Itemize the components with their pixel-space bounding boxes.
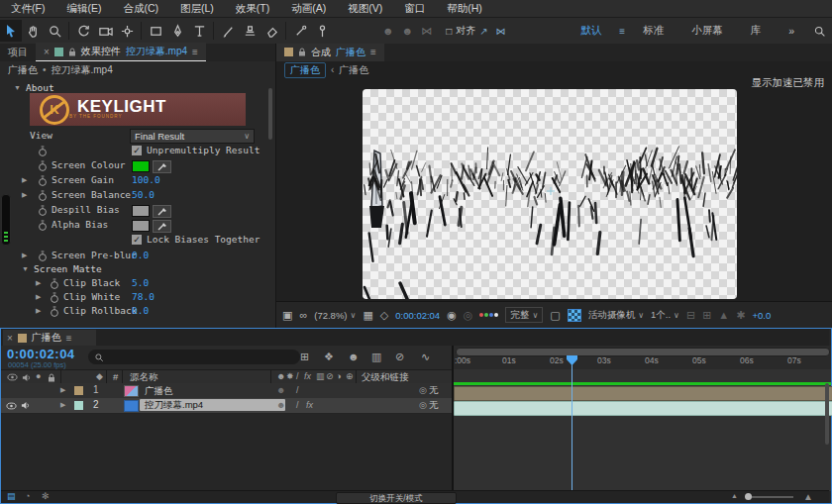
pickwhip-icon[interactable]: ◎ (419, 384, 427, 397)
menu-composition[interactable]: 合成(C) (112, 2, 169, 16)
draft-3d-icon[interactable]: ❖ (324, 351, 334, 363)
playhead-line[interactable] (572, 355, 572, 491)
tab-project[interactable]: 项目 (0, 44, 36, 61)
layer-name[interactable]: 控刀绿幕.mp4 (140, 399, 285, 411)
puppet-pin-tool[interactable] (311, 20, 333, 42)
timeline-tab[interactable]: × 广播色 ≡ (3, 330, 96, 346)
panel-menu-icon[interactable]: ≡ (192, 47, 198, 57)
menu-layer[interactable]: 图层(L) (169, 2, 225, 16)
unpremultiply-checkbox[interactable]: ✓ (132, 146, 142, 155)
clip-rollback-value[interactable]: 0.0 (132, 304, 149, 318)
preview-time[interactable]: 0:00:02:04 (395, 310, 440, 321)
show-snapshot-icon[interactable]: ◎ (464, 309, 473, 322)
zoom-tool[interactable] (44, 20, 65, 42)
workspace-small-screen[interactable]: 小屏幕 (677, 24, 737, 38)
quality-toggle[interactable]: / (296, 384, 299, 397)
panel-scrollbar[interactable] (268, 88, 272, 140)
fx-toggle[interactable]: fx (306, 399, 313, 412)
show-channel-icon[interactable] (479, 313, 498, 317)
layer-bar-2[interactable] (454, 401, 832, 416)
twirl-icon[interactable]: ▶ (36, 304, 41, 318)
twirl-icon[interactable]: ▶ (60, 383, 65, 397)
lock-biases-checkbox[interactable]: ✓ (132, 235, 142, 245)
layer-row-1[interactable]: ▶ 1 广播色 ☻ / ◎ 无 ∨ (1, 383, 453, 399)
menu-animation[interactable]: 动画(A) (280, 2, 337, 16)
eyedropper-icon[interactable] (153, 205, 171, 218)
shy-toggle[interactable]: ☻ (276, 399, 285, 412)
hide-shy-icon[interactable]: ☻ (348, 351, 360, 362)
comp-crumb-parent[interactable]: 广播色 (339, 63, 368, 77)
close-icon[interactable]: × (44, 47, 50, 57)
search-workspace-icon[interactable] (808, 20, 830, 42)
eyedropper-icon[interactable] (153, 220, 171, 233)
workspace-library[interactable]: 库 (737, 24, 776, 38)
roto-brush-tool[interactable] (289, 20, 311, 42)
menu-window[interactable]: 窗口 (393, 2, 436, 16)
expand-inout-icon[interactable]: ✻ (42, 491, 50, 501)
zoom-out-mountain-icon[interactable]: ▲ (731, 492, 738, 499)
flowchart-icon[interactable]: ▲ (718, 309, 729, 321)
twirl-icon[interactable]: ▶ (22, 188, 27, 202)
guides-icon[interactable]: ⊞ (702, 309, 711, 322)
twirl-icon[interactable]: ▼ (22, 262, 29, 276)
twirl-icon[interactable]: ▼ (14, 81, 21, 95)
workspace-standard[interactable]: 标准 (629, 24, 677, 38)
twirl-icon[interactable]: ▶ (22, 173, 27, 187)
grid-options-icon[interactable]: ▦ (363, 309, 372, 322)
hand-tool[interactable] (22, 20, 44, 42)
despill-bias-swatch[interactable] (132, 205, 150, 217)
mini-flowchart-icon[interactable]: ⊞ (300, 351, 309, 363)
toggle-switches-modes-button[interactable]: 切换开关/模式 (336, 492, 457, 504)
comp-crumb-current[interactable]: 广播色 (284, 62, 326, 78)
magnification-dropdown[interactable]: (72.8%)∨ (314, 310, 356, 321)
type-tool[interactable] (188, 20, 210, 42)
snap-arrow-icon[interactable]: ↗ (475, 26, 491, 37)
clip-white-value[interactable]: 78.0 (132, 290, 155, 304)
zoom-in-mountain-icon[interactable]: ▲ (803, 491, 813, 502)
audio-icon[interactable] (21, 401, 30, 410)
motion-blur-icon[interactable]: ⊘ (395, 351, 404, 363)
workspace-menu-icon[interactable]: ≡ (615, 26, 629, 37)
exposure-value[interactable]: +0.0 (752, 310, 771, 321)
time-ruler[interactable]: :00s 01s 02s 03s 04s 05s 06s 07s (454, 346, 831, 370)
twirl-icon[interactable]: ▶ (22, 249, 27, 262)
graph-editor-icon[interactable]: ∿ (421, 351, 430, 363)
timeline-zoom-slider[interactable] (746, 496, 793, 498)
transparency-grid-icon[interactable] (568, 309, 581, 322)
twirl-icon[interactable]: ▶ (36, 290, 41, 304)
search-input[interactable] (106, 352, 268, 363)
eye-icon[interactable] (6, 402, 17, 410)
clone-stamp-tool[interactable] (239, 20, 260, 42)
menu-help[interactable]: 帮助(H) (436, 2, 493, 16)
align-checkbox[interactable]: □ (446, 26, 452, 37)
track-area[interactable] (454, 369, 831, 491)
zoom-knob[interactable] (745, 493, 752, 500)
clip-black-value[interactable]: 5.0 (132, 276, 149, 290)
workspace-overflow[interactable]: » (775, 25, 808, 37)
current-timecode[interactable]: 0:00:02:04 (7, 347, 75, 361)
eyedropper-icon[interactable] (153, 160, 171, 173)
layer-row-2[interactable]: ▶ 2 控刀绿幕.mp4 ☻ / fx ◎ 无 ∨ (1, 398, 453, 414)
layer-name[interactable]: 广播色 (145, 384, 173, 397)
brush-tool[interactable] (217, 20, 239, 42)
pen-tool[interactable] (166, 20, 188, 42)
shy-toggle[interactable]: ☻ (276, 384, 285, 397)
twirl-icon[interactable]: ▶ (60, 398, 65, 412)
screen-preblur-value[interactable]: 0.0 (132, 249, 149, 262)
twirl-icon[interactable]: ▶ (36, 276, 41, 290)
panel-menu-icon[interactable]: ≡ (66, 333, 72, 344)
rectangle-tool[interactable] (145, 20, 166, 42)
region-of-interest-icon[interactable]: ▢ (550, 309, 560, 322)
stopwatch-icon[interactable] (50, 306, 59, 322)
snap-toggle[interactable]: □ 对齐 (446, 24, 475, 38)
camera-tool[interactable] (94, 20, 116, 42)
resolution-dropdown[interactable]: 完整∨ (505, 307, 543, 323)
menu-effect[interactable]: 效果(T) (225, 2, 280, 16)
pickwhip-icon[interactable]: ◎ (419, 399, 427, 412)
selection-tool[interactable] (0, 20, 22, 42)
pan-behind-tool[interactable] (116, 20, 138, 42)
pixel-aspect-icon[interactable]: ⊟ (686, 309, 695, 322)
tab-effect-controls[interactable]: × 效果控件 控刀绿幕.mp4 ≡ (36, 43, 206, 62)
menu-file[interactable]: 文件(F) (0, 2, 55, 16)
snapshot-camera-icon[interactable]: ◉ (447, 309, 457, 322)
